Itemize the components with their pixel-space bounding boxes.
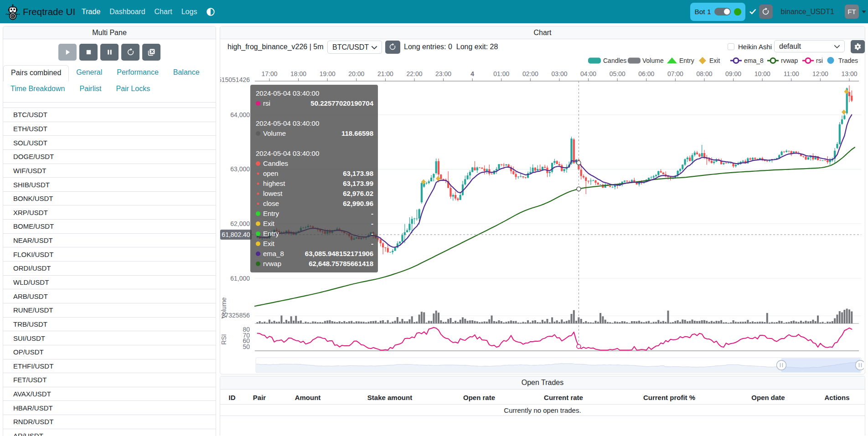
- svg-text:Volume: Volume: [220, 297, 227, 318]
- svg-text:08:00: 08:00: [696, 70, 712, 77]
- svg-text:19:00: 19:00: [320, 70, 336, 77]
- svg-text:rsi: rsi: [816, 57, 823, 64]
- svg-text:05:00: 05:00: [610, 70, 625, 77]
- svg-text:lowest: lowest: [263, 190, 283, 197]
- svg-text:07:00: 07:00: [667, 70, 683, 77]
- svg-text:62,990.96: 62,990.96: [343, 200, 373, 207]
- svg-text:-: -: [371, 220, 373, 227]
- svg-text:ema_8: ema_8: [263, 250, 284, 257]
- svg-text:18:00: 18:00: [290, 70, 306, 77]
- svg-text:63,085.948152171906: 63,085.948152171906: [305, 250, 373, 257]
- svg-text:62,648.75785661418: 62,648.75785661418: [309, 260, 373, 267]
- svg-text:Candles: Candles: [603, 57, 626, 64]
- svg-text:118.66598: 118.66598: [341, 129, 373, 137]
- svg-text:-: -: [371, 240, 373, 247]
- svg-text:Trades: Trades: [838, 57, 858, 64]
- svg-text:20:00: 20:00: [348, 70, 364, 77]
- svg-text:open: open: [263, 169, 278, 177]
- svg-text:61,000: 61,000: [230, 275, 250, 282]
- svg-text:4: 4: [470, 70, 474, 77]
- svg-text:06:00: 06:00: [638, 70, 654, 77]
- svg-text:-: -: [371, 230, 373, 237]
- svg-text:09:00: 09:00: [725, 70, 741, 77]
- svg-text:Entry: Entry: [679, 57, 694, 64]
- svg-text:02:00: 02:00: [522, 70, 538, 77]
- svg-text:highest: highest: [263, 180, 285, 187]
- svg-text:21:00: 21:00: [377, 70, 393, 77]
- svg-text:50.22577020190704: 50.22577020190704: [310, 99, 373, 107]
- svg-text:2024-05-04 03:40:00: 2024-05-04 03:40:00: [256, 119, 319, 127]
- svg-text:62,000: 62,000: [230, 220, 250, 227]
- svg-text:rsi: rsi: [263, 99, 270, 107]
- svg-text:rvwap: rvwap: [263, 260, 281, 267]
- svg-text:close: close: [263, 200, 279, 207]
- svg-text:10:00: 10:00: [754, 70, 770, 77]
- svg-text:-: -: [371, 210, 373, 217]
- svg-text:RSI: RSI: [220, 334, 227, 344]
- svg-text:62,976.02: 62,976.02: [343, 190, 373, 197]
- svg-text:23:00: 23:00: [435, 70, 451, 77]
- svg-text:515051426: 515051426: [220, 76, 250, 83]
- svg-text:22:00: 22:00: [406, 70, 422, 77]
- svg-text:64,000: 64,000: [230, 111, 250, 118]
- svg-text:Candles: Candles: [263, 159, 288, 167]
- svg-text:63,173.98: 63,173.98: [343, 169, 373, 177]
- svg-text:Entry: Entry: [263, 230, 279, 237]
- svg-text:63,000: 63,000: [230, 165, 250, 173]
- svg-text:17:00: 17:00: [261, 70, 277, 77]
- svg-text:rvwap: rvwap: [781, 57, 798, 64]
- svg-text:01:00: 01:00: [493, 70, 509, 77]
- svg-text:Volume: Volume: [642, 57, 664, 64]
- svg-text:04:00: 04:00: [580, 70, 596, 77]
- svg-text:12:00: 12:00: [812, 70, 828, 77]
- svg-text:Volume: Volume: [263, 129, 286, 137]
- svg-text:11:00: 11:00: [784, 70, 799, 77]
- svg-text:13:00: 13:00: [841, 70, 857, 77]
- svg-text:Entry: Entry: [263, 210, 279, 217]
- svg-text:Exit: Exit: [709, 57, 720, 64]
- svg-text:03:00: 03:00: [551, 70, 567, 77]
- svg-text:50: 50: [243, 343, 250, 350]
- svg-text:Exit: Exit: [263, 240, 275, 247]
- svg-text:2024-05-04 03:40:00: 2024-05-04 03:40:00: [256, 89, 319, 97]
- svg-text:Exit: Exit: [263, 220, 275, 227]
- svg-text:63,173.99: 63,173.99: [343, 180, 373, 187]
- svg-text:ema_8: ema_8: [744, 57, 764, 64]
- svg-text:2024-05-04 03:40:00: 2024-05-04 03:40:00: [256, 149, 319, 157]
- svg-text:61,802.40: 61,802.40: [222, 231, 250, 238]
